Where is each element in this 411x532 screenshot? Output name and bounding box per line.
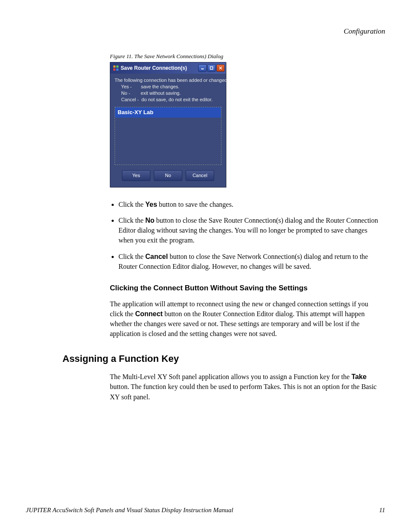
connection-listbox[interactable]: Basic-XY Lab bbox=[115, 107, 221, 165]
instruction-list: Click the Yes button to save the changes… bbox=[110, 199, 381, 271]
dialog-message-line: The following connection has been added … bbox=[115, 77, 221, 84]
svg-rect-1 bbox=[116, 65, 118, 68]
cancel-button[interactable]: Cancel bbox=[186, 170, 214, 181]
instruction-item: Click the Cancel button to close the Sav… bbox=[118, 252, 381, 271]
figure-caption: Figure 11. The Save Network Connections)… bbox=[110, 52, 385, 61]
yes-button[interactable]: Yes bbox=[122, 170, 150, 181]
no-button[interactable]: No bbox=[154, 170, 182, 181]
svg-rect-0 bbox=[113, 65, 115, 68]
window-buttons bbox=[198, 64, 225, 72]
dialog-message-line: Yes - save the changes. bbox=[115, 84, 221, 90]
page-number: 11 bbox=[379, 505, 385, 515]
text-run: The Multi-Level XY Soft panel applicatio… bbox=[110, 373, 352, 380]
text-run: button. The function key could then be u… bbox=[110, 383, 377, 400]
page-section-header: Configuration bbox=[26, 26, 385, 37]
dialog-message-line: No - exit without saving. bbox=[115, 90, 221, 96]
svg-rect-3 bbox=[116, 68, 118, 71]
text-run: Click the bbox=[118, 201, 145, 208]
text-run: button to save the changes. bbox=[157, 201, 234, 208]
button-ref-connect: Connect bbox=[135, 310, 163, 317]
svg-rect-5 bbox=[210, 67, 213, 69]
app-icon bbox=[113, 65, 119, 71]
button-ref-cancel: Cancel bbox=[145, 253, 168, 260]
section-heading-assigning: Assigning a Function Key bbox=[62, 352, 385, 366]
button-ref-no: No bbox=[145, 217, 154, 224]
dialog-titlebar: Save Router Connection(s) bbox=[110, 62, 226, 74]
maximize-button[interactable] bbox=[207, 64, 216, 72]
dialog-button-row: Yes No Cancel bbox=[115, 170, 221, 181]
save-router-dialog: Save Router Connection(s) The following … bbox=[110, 62, 226, 187]
text-run: button to close the Save Router Connecti… bbox=[118, 217, 378, 244]
list-item[interactable]: Basic-XY Lab bbox=[115, 107, 221, 118]
dialog-body: The following connection has been added … bbox=[110, 74, 226, 187]
subheading-connect: Clicking the Connect Button Without Savi… bbox=[110, 283, 385, 294]
button-ref-yes: Yes bbox=[145, 201, 157, 208]
dialog-title: Save Router Connection(s) bbox=[121, 64, 198, 72]
instruction-item: Click the Yes button to save the changes… bbox=[118, 199, 381, 209]
text-run: Click the bbox=[118, 217, 145, 224]
instruction-item: Click the No button to close the Save Ro… bbox=[118, 215, 381, 246]
page-footer: JUPITER AccuSwitch Soft Panels and Visua… bbox=[26, 505, 385, 515]
close-button[interactable] bbox=[216, 64, 225, 72]
paragraph: The application will attempt to reconnec… bbox=[110, 299, 381, 339]
button-ref-take: Take bbox=[352, 373, 367, 380]
svg-rect-2 bbox=[113, 68, 115, 71]
footer-title: JUPITER AccuSwitch Soft Panels and Visua… bbox=[26, 505, 233, 515]
text-run: Click the bbox=[118, 253, 145, 260]
minimize-button[interactable] bbox=[198, 64, 207, 72]
dialog-message-line: Cancel - do not save, do not exit the ed… bbox=[115, 96, 221, 103]
paragraph: The Multi-Level XY Soft panel applicatio… bbox=[110, 372, 381, 402]
